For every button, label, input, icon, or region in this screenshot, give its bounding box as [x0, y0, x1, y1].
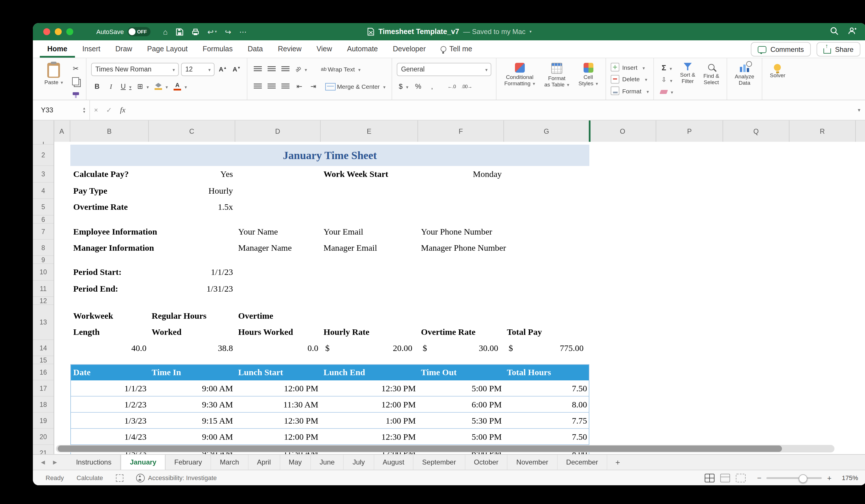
column-header-B[interactable]: B [70, 120, 149, 142]
align-right-button[interactable] [280, 80, 291, 93]
cell-G20[interactable]: 7.50 [504, 429, 589, 445]
zoom-level[interactable]: 175% [839, 474, 858, 481]
zoom-out-icon[interactable]: − [757, 473, 761, 482]
align-middle-button[interactable] [266, 63, 278, 75]
cell-C17[interactable]: 9:00 AM [149, 380, 235, 397]
format-cells-button[interactable]: Format [611, 85, 649, 96]
cell-E3[interactable]: Work Week Start [321, 166, 418, 183]
row-header-11[interactable]: 11 [33, 281, 54, 297]
cell-D18[interactable]: 11:30 AM [235, 397, 321, 413]
orientation-button[interactable]: ab [294, 63, 309, 75]
comma-format-button[interactable]: , [426, 80, 438, 93]
percent-format-button[interactable]: % [412, 80, 424, 93]
print-icon[interactable] [191, 28, 199, 35]
cell-D7[interactable]: Your Name [235, 224, 321, 240]
sheet-tab-april[interactable]: April [248, 455, 280, 470]
cell-D8[interactable]: Manager Name [235, 240, 321, 256]
row-header-5[interactable]: 5 [33, 199, 54, 215]
document-save-status[interactable]: — Saved to my Mac [463, 28, 525, 36]
cell-B3[interactable]: Calculate Pay? [70, 166, 149, 183]
fill-button[interactable]: ⇩ [659, 74, 675, 85]
sheet-tab-may[interactable]: May [280, 455, 311, 470]
cell-G18[interactable]: 8.00 [504, 397, 589, 413]
select-all-corner[interactable] [33, 120, 54, 142]
confirm-entry-button[interactable]: ✓ [102, 106, 116, 114]
row-header-4[interactable]: 4 [33, 183, 54, 199]
column-header-C[interactable]: C [149, 120, 235, 142]
sheet-tab-march[interactable]: March [211, 455, 249, 470]
zoom-slider-thumb[interactable] [799, 474, 808, 483]
cell-G17[interactable]: 7.50 [504, 380, 589, 397]
share-button[interactable]: Share [817, 42, 861, 57]
cell-E13[interactable]: Hourly Rate [321, 305, 418, 340]
row-header-13[interactable]: 13 [33, 305, 54, 340]
column-header-E[interactable]: E [321, 120, 418, 142]
home-icon[interactable]: ⌂ [163, 27, 168, 36]
column-header-F[interactable]: F [418, 120, 504, 142]
ribbon-tab-tell-me[interactable]: Tell me [434, 40, 480, 58]
cell-B16[interactable]: Date [70, 364, 149, 380]
cell-C14[interactable]: 38.8 [149, 340, 235, 356]
page-layout-view-icon[interactable] [720, 473, 730, 482]
align-left-button[interactable] [252, 80, 264, 93]
ribbon-tab-data[interactable]: Data [240, 40, 270, 58]
column-header-G[interactable]: G [504, 120, 589, 142]
cell-B10[interactable]: Period Start: [70, 264, 149, 281]
cell-G14[interactable]: $775.00 [504, 340, 589, 356]
sheet-tab-february[interactable]: February [165, 455, 211, 470]
cancel-entry-button[interactable]: × [90, 106, 102, 114]
cell-D13[interactable]: Overtime Hours Worked [235, 305, 321, 340]
cell-C11[interactable]: 1/31/23 [149, 281, 235, 297]
paste-button[interactable]: Paste [41, 62, 67, 86]
cell-D17[interactable]: 12:00 PM [235, 380, 321, 397]
clear-button[interactable] [659, 86, 675, 97]
cell-C3[interactable]: Yes [149, 166, 235, 183]
wrap-text-button[interactable]: ab Wrap Text [319, 63, 362, 75]
cell-C19[interactable]: 9:15 AM [149, 413, 235, 429]
cell-F16[interactable]: Time Out [418, 364, 504, 380]
sheet-tab-september[interactable]: September [414, 455, 465, 470]
increase-decimal-button[interactable]: ←.0 [446, 80, 457, 93]
row-header-17[interactable]: 17 [33, 380, 54, 397]
cell-E18[interactable]: 12:00 PM [321, 397, 418, 413]
row-header-6[interactable]: 6 [33, 215, 54, 224]
cell-F20[interactable]: 5:00 PM [418, 429, 504, 445]
solver-button[interactable]: Solver [767, 62, 788, 79]
cell-E7[interactable]: Your Email [321, 224, 418, 240]
row-header-21[interactable]: 21 [33, 445, 54, 454]
close-button[interactable] [43, 28, 50, 35]
copy-button[interactable] [70, 75, 82, 87]
find-select-button[interactable]: Find &Select [700, 62, 722, 97]
row-header-10[interactable]: 10 [33, 264, 54, 281]
sheet-tab-instructions[interactable]: Instructions [68, 455, 121, 470]
zoom-in-icon[interactable]: + [827, 473, 832, 482]
merge-center-button[interactable]: Merge & Center [324, 80, 387, 93]
cell-D14[interactable]: 0.0 [235, 340, 321, 356]
analyze-data-button[interactable]: AnalyzeData [732, 62, 757, 87]
grow-font-button[interactable]: A▲ [217, 63, 229, 75]
ribbon-tab-formulas[interactable]: Formulas [195, 40, 240, 58]
horizontal-scrollbar-thumb[interactable] [58, 445, 782, 452]
row-header-14[interactable]: 14 [33, 340, 54, 356]
ribbon-tab-automate[interactable]: Automate [340, 40, 385, 58]
cell-F3[interactable]: Monday [418, 166, 504, 183]
autosum-button[interactable]: Σ [659, 62, 675, 73]
ribbon-tab-developer[interactable]: Developer [385, 40, 434, 58]
bold-button[interactable]: B [91, 80, 103, 93]
page-break-view-icon[interactable] [736, 473, 746, 482]
sheet-tab-june[interactable]: June [311, 455, 344, 470]
more-commands-icon[interactable]: ⋯ [239, 27, 247, 36]
ribbon-tab-view[interactable]: View [309, 40, 340, 58]
cell-B4[interactable]: Pay Type [70, 183, 149, 199]
sheet-nav-left-icon[interactable]: ◀ [41, 459, 45, 465]
sort-filter-button[interactable]: Sort &Filter [677, 62, 698, 97]
italic-button[interactable]: I [105, 80, 117, 93]
cell-D16[interactable]: Lunch Start [235, 364, 321, 380]
cell-C4[interactable]: Hourly [149, 183, 235, 199]
formula-input[interactable] [129, 100, 858, 120]
underline-button[interactable]: U [119, 80, 133, 93]
cell-B13[interactable]: Workweek Length [70, 305, 149, 340]
cell-E8[interactable]: Manager Email [321, 240, 418, 256]
cell-styles-button[interactable]: CellStyles [576, 62, 601, 97]
font-name-select[interactable]: Times New Roman [91, 62, 179, 76]
